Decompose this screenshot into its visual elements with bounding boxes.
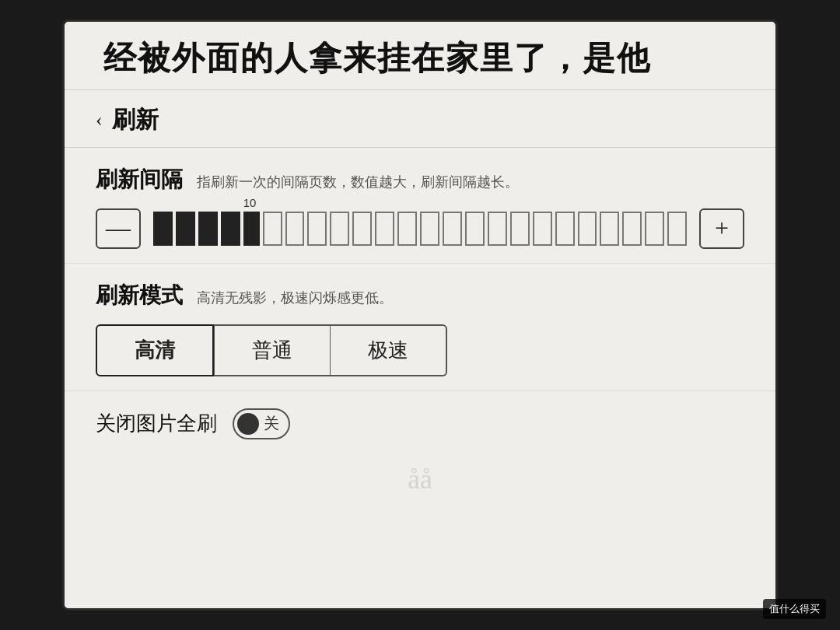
slider-segment-6 [263,212,282,246]
minus-button[interactable]: — [96,208,141,249]
slider-segment-8 [307,212,327,246]
slider-segment-3 [198,212,218,246]
mode-header: 刷新模式 高清无残影，极速闪烁感更低。 [96,281,744,310]
slider-segment-21 [600,212,619,246]
device-bottom: åå [65,457,775,499]
back-arrow-icon[interactable]: ‹ [96,108,103,131]
interval-label: 刷新间隔 [96,165,183,194]
toggle-state-text: 关 [264,413,279,434]
slider-segment-24 [667,212,687,246]
toggle-label: 关闭图片全刷 [96,410,217,437]
slider-segment-11 [375,212,394,246]
slider-segment-7 [285,212,305,246]
toggle-knob [237,413,259,435]
mode-label: 刷新模式 [96,281,183,310]
slider-segment-2 [176,212,195,246]
plus-icon: + [715,214,729,243]
slider-segment-13 [420,212,439,246]
slider-segment-20 [578,212,597,246]
logo-symbol: åå [408,463,432,495]
slider-segment-17 [510,212,530,246]
slider-row: — 10 + [96,208,744,249]
slider-segment-23 [645,212,664,246]
minus-icon: — [106,214,131,243]
mode-section: 刷新模式 高清无残影，极速闪烁感更低。 高清普通极速 [65,264,775,391]
slider-segment-19 [555,212,575,246]
slider-segment-5 [243,212,260,246]
slider-segment-14 [443,212,462,246]
watermark: 值什么得买 [763,599,826,619]
toggle-section: 关闭图片全刷 关 [65,391,775,457]
slider-segment-16 [488,212,507,246]
slider-segment-10 [352,212,372,246]
interval-desc: 指刷新一次的间隔页数，数值越大，刷新间隔越长。 [197,173,519,191]
slider-segment-22 [622,212,642,246]
mode-btn-极速[interactable]: 极速 [331,324,447,376]
mode-btn-普通[interactable]: 普通 [214,324,331,376]
settings-title: 刷新 [112,104,159,136]
book-text: 经被外面的人拿来挂在家里了，是他 [103,40,651,76]
slider-segment-12 [397,212,417,246]
interval-section: 刷新间隔 指刷新一次的间隔页数，数值越大，刷新间隔越长。 — 10 + [65,148,775,264]
toggle-pill[interactable]: 关 [233,408,290,439]
mode-desc: 高清无残影，极速闪烁感更低。 [197,289,393,307]
slider-value-label: 10 [243,196,257,209]
plus-button[interactable]: + [699,208,744,249]
slider-segment-1 [153,212,173,246]
slider-segment-9 [330,212,349,246]
settings-header: ‹ 刷新 [65,90,775,148]
interval-header: 刷新间隔 指刷新一次的间隔页数，数值越大，刷新间隔越长。 [96,165,744,194]
book-content: 经被外面的人拿来挂在家里了，是他 [65,22,775,90]
mode-buttons: 高清普通极速 [96,324,744,376]
slider-segment-18 [533,212,552,246]
slider-segments: 10 [153,210,687,247]
watermark-text: 值什么得买 [769,603,820,614]
mode-btn-高清[interactable]: 高清 [96,324,214,376]
slider-track[interactable]: 10 [153,208,687,249]
slider-segment-15 [465,212,485,246]
device-frame: 经被外面的人拿来挂在家里了，是他 ‹ 刷新 刷新间隔 指刷新一次的间隔页数，数值… [62,19,778,611]
settings-panel: ‹ 刷新 刷新间隔 指刷新一次的间隔页数，数值越大，刷新间隔越长。 — 10 [65,90,775,608]
slider-segment-4 [221,212,240,246]
